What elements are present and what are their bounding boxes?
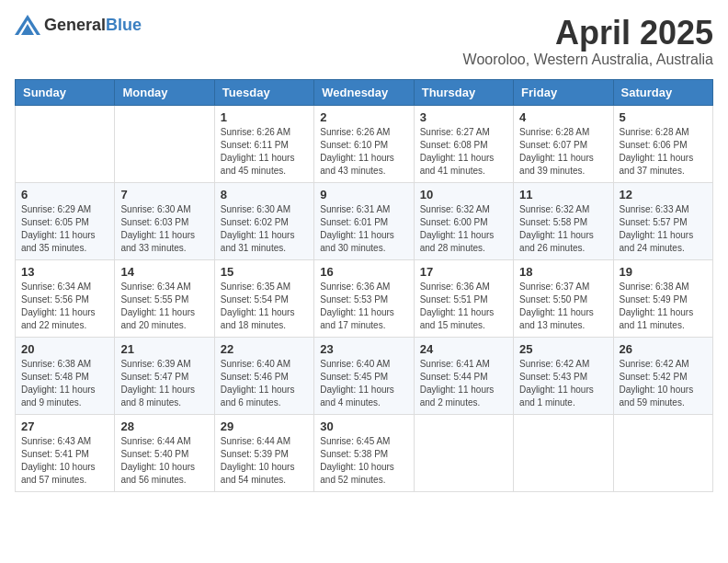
day-number: 3 [420,110,507,124]
title-block: April 2025 Wooroloo, Western Australia, … [463,15,713,68]
day-number: 27 [21,419,108,433]
logo-blue-text: Blue [106,16,142,35]
day-info: Sunrise: 6:28 AM Sunset: 6:07 PM Dayligh… [519,126,607,178]
day-number: 4 [519,110,607,124]
day-number: 21 [120,342,208,356]
calendar-cell: 27Sunrise: 6:43 AM Sunset: 5:41 PM Dayli… [16,414,115,491]
day-info: Sunrise: 6:40 AM Sunset: 5:45 PM Dayligh… [320,358,407,409]
day-number: 11 [519,188,607,201]
header-wednesday: Wednesday [314,79,414,105]
day-number: 26 [620,342,707,356]
calendar-cell [514,414,613,491]
day-info: Sunrise: 6:44 AM Sunset: 5:39 PM Dayligh… [221,435,308,487]
calendar-cell [414,414,513,491]
header-friday: Friday [514,79,613,105]
day-number: 17 [420,265,507,279]
day-info: Sunrise: 6:26 AM Sunset: 6:10 PM Dayligh… [320,126,407,178]
calendar-cell: 5Sunrise: 6:28 AM Sunset: 6:06 PM Daylig… [613,105,712,182]
day-number: 7 [120,188,208,201]
day-info: Sunrise: 6:29 AM Sunset: 6:05 PM Dayligh… [21,203,108,255]
calendar-cell: 24Sunrise: 6:41 AM Sunset: 5:44 PM Dayli… [414,337,513,414]
day-number: 23 [320,342,407,356]
header-saturday: Saturday [613,79,712,105]
calendar-cell: 28Sunrise: 6:44 AM Sunset: 5:40 PM Dayli… [115,414,214,491]
day-number: 1 [221,110,308,124]
day-info: Sunrise: 6:31 AM Sunset: 6:01 PM Dayligh… [320,203,407,255]
day-number: 2 [320,110,407,124]
header-tuesday: Tuesday [214,79,313,105]
calendar-cell: 22Sunrise: 6:40 AM Sunset: 5:46 PM Dayli… [214,337,313,414]
calendar-cell: 21Sunrise: 6:39 AM Sunset: 5:47 PM Dayli… [115,337,214,414]
calendar-title: April 2025 [463,15,713,52]
day-info: Sunrise: 6:34 AM Sunset: 5:55 PM Dayligh… [120,281,208,332]
logo-icon [15,15,40,35]
day-number: 29 [221,419,308,433]
calendar-cell: 2Sunrise: 6:26 AM Sunset: 6:10 PM Daylig… [314,105,414,182]
calendar-cell: 3Sunrise: 6:27 AM Sunset: 6:08 PM Daylig… [414,105,513,182]
calendar-week-row: 6Sunrise: 6:29 AM Sunset: 6:05 PM Daylig… [16,182,713,259]
day-info: Sunrise: 6:30 AM Sunset: 6:03 PM Dayligh… [120,203,208,255]
day-number: 24 [420,342,507,356]
day-number: 14 [120,265,208,279]
calendar-cell [16,105,115,182]
calendar-cell [613,414,712,491]
calendar-cell: 20Sunrise: 6:38 AM Sunset: 5:48 PM Dayli… [16,337,115,414]
day-number: 19 [620,265,707,279]
calendar-cell: 6Sunrise: 6:29 AM Sunset: 6:05 PM Daylig… [16,182,115,259]
calendar-cell: 1Sunrise: 6:26 AM Sunset: 6:11 PM Daylig… [214,105,313,182]
day-info: Sunrise: 6:30 AM Sunset: 6:02 PM Dayligh… [221,203,308,255]
day-info: Sunrise: 6:36 AM Sunset: 5:53 PM Dayligh… [320,281,407,332]
day-number: 5 [620,110,707,124]
day-number: 25 [519,342,607,356]
calendar-cell: 30Sunrise: 6:45 AM Sunset: 5:38 PM Dayli… [314,414,414,491]
day-info: Sunrise: 6:41 AM Sunset: 5:44 PM Dayligh… [420,358,507,409]
header-monday: Monday [115,79,214,105]
calendar-cell: 8Sunrise: 6:30 AM Sunset: 6:02 PM Daylig… [214,182,313,259]
day-info: Sunrise: 6:39 AM Sunset: 5:47 PM Dayligh… [120,358,208,409]
day-number: 10 [420,188,507,201]
logo: General Blue [15,15,142,35]
calendar-cell: 17Sunrise: 6:36 AM Sunset: 5:51 PM Dayli… [414,259,513,337]
calendar-week-row: 20Sunrise: 6:38 AM Sunset: 5:48 PM Dayli… [16,337,713,414]
day-info: Sunrise: 6:44 AM Sunset: 5:40 PM Dayligh… [120,435,208,487]
day-number: 18 [519,265,607,279]
day-info: Sunrise: 6:40 AM Sunset: 5:46 PM Dayligh… [221,358,308,409]
calendar-cell: 7Sunrise: 6:30 AM Sunset: 6:03 PM Daylig… [115,182,214,259]
logo-general-text: General [44,16,106,35]
calendar-table: Sunday Monday Tuesday Wednesday Thursday… [15,79,713,492]
day-number: 9 [320,188,407,201]
day-info: Sunrise: 6:43 AM Sunset: 5:41 PM Dayligh… [21,435,108,487]
day-number: 12 [620,188,707,201]
day-number: 28 [120,419,208,433]
day-info: Sunrise: 6:38 AM Sunset: 5:48 PM Dayligh… [21,358,108,409]
weekday-header-row: Sunday Monday Tuesday Wednesday Thursday… [16,79,713,105]
calendar-week-row: 13Sunrise: 6:34 AM Sunset: 5:56 PM Dayli… [16,259,713,337]
calendar-cell: 18Sunrise: 6:37 AM Sunset: 5:50 PM Dayli… [514,259,613,337]
calendar-cell: 4Sunrise: 6:28 AM Sunset: 6:07 PM Daylig… [514,105,613,182]
calendar-cell: 11Sunrise: 6:32 AM Sunset: 5:58 PM Dayli… [514,182,613,259]
day-number: 22 [221,342,308,356]
day-number: 13 [21,265,108,279]
day-number: 6 [21,188,108,201]
calendar-cell: 9Sunrise: 6:31 AM Sunset: 6:01 PM Daylig… [314,182,414,259]
calendar-cell: 23Sunrise: 6:40 AM Sunset: 5:45 PM Dayli… [314,337,414,414]
day-number: 16 [320,265,407,279]
header-thursday: Thursday [414,79,513,105]
calendar-cell: 12Sunrise: 6:33 AM Sunset: 5:57 PM Dayli… [613,182,712,259]
calendar-week-row: 27Sunrise: 6:43 AM Sunset: 5:41 PM Dayli… [16,414,713,491]
day-number: 8 [221,188,308,201]
day-info: Sunrise: 6:36 AM Sunset: 5:51 PM Dayligh… [420,281,507,332]
calendar-cell: 29Sunrise: 6:44 AM Sunset: 5:39 PM Dayli… [214,414,313,491]
calendar-cell: 13Sunrise: 6:34 AM Sunset: 5:56 PM Dayli… [16,259,115,337]
day-info: Sunrise: 6:32 AM Sunset: 5:58 PM Dayligh… [519,203,607,255]
calendar-cell: 15Sunrise: 6:35 AM Sunset: 5:54 PM Dayli… [214,259,313,337]
day-info: Sunrise: 6:33 AM Sunset: 5:57 PM Dayligh… [620,203,707,255]
day-info: Sunrise: 6:28 AM Sunset: 6:06 PM Dayligh… [620,126,707,178]
day-number: 15 [221,265,308,279]
day-info: Sunrise: 6:35 AM Sunset: 5:54 PM Dayligh… [221,281,308,332]
day-info: Sunrise: 6:42 AM Sunset: 5:43 PM Dayligh… [519,358,607,409]
header-sunday: Sunday [16,79,115,105]
day-info: Sunrise: 6:32 AM Sunset: 6:00 PM Dayligh… [420,203,507,255]
day-number: 30 [320,419,407,433]
calendar-cell: 14Sunrise: 6:34 AM Sunset: 5:55 PM Dayli… [115,259,214,337]
